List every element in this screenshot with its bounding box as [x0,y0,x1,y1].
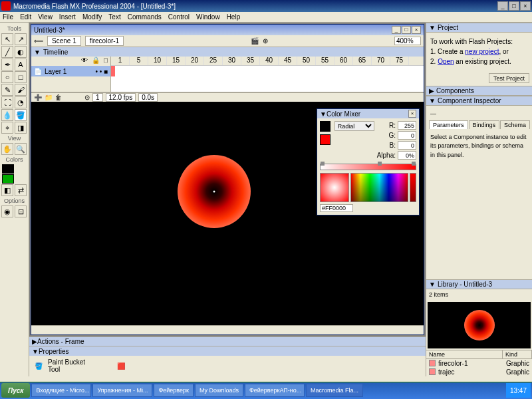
properties-header[interactable]: ▼Properties [29,346,426,356]
pencil-tool[interactable]: ✎ [1,84,13,96]
line-tool[interactable]: ╱ [1,46,13,58]
frame-ruler[interactable]: 151015202530354045505560657075 [111,57,424,66]
lasso-tool[interactable]: ◐ [15,46,27,58]
outline-icon[interactable]: □ [104,57,108,66]
gradient-stop[interactable] [321,162,325,166]
layer-row[interactable]: 📄 Layer 1 • • ■ [31,66,110,76]
add-layer-icon[interactable]: ➕ [34,94,42,101]
taskbar-item[interactable]: Фейерверк [154,384,194,397]
fill-color[interactable] [2,174,14,184]
edit-symbol-icon[interactable]: ⊕ [263,37,268,45]
lock-icon[interactable]: 🔒 [92,57,100,66]
playhead[interactable] [111,66,115,76]
system-tray[interactable]: 13:47 [506,383,531,398]
oval-tool[interactable]: ○ [1,71,13,83]
tab-parameters[interactable]: Parameters [429,120,468,129]
close-button[interactable]: × [520,1,531,11]
menu-modify[interactable]: Modify [82,13,102,21]
mixer-close[interactable]: × [408,110,416,118]
component-inspector-header[interactable]: ▼Component Inspector [426,96,532,106]
tab-bindings[interactable]: Bindings [469,120,500,129]
library-item[interactable]: firecolor-1Graphic [426,359,532,368]
zoom-tool[interactable]: 🔍 [15,143,27,155]
taskbar-item[interactable]: My Downloads [195,384,243,397]
text-tool[interactable]: A [15,59,27,70]
hand-tool[interactable]: ✋ [1,143,13,155]
hex-input[interactable] [320,204,353,212]
rect-tool[interactable]: □ [15,71,27,83]
fill-swatch-prop[interactable]: 🟥 [117,362,125,370]
frame-row[interactable] [111,66,424,76]
swap-colors-button[interactable]: ⇄ [15,184,27,196]
add-folder-icon[interactable]: 📁 [45,94,53,101]
g-input[interactable] [398,131,416,140]
project-header[interactable]: ▼Project [426,23,532,33]
symbol-crumb[interactable]: firecolor-1 [85,36,124,46]
b-input[interactable] [398,141,416,150]
brush-tool[interactable]: 🖌 [15,84,27,96]
doc-maximize[interactable]: □ [402,26,411,34]
doc-close[interactable]: × [412,26,421,34]
stroke-color[interactable] [2,164,14,174]
fill-type-select[interactable]: Radial [334,121,374,131]
option-2[interactable]: ⊡ [15,205,27,217]
menu-text[interactable]: Text [108,13,120,21]
lib-col-kind[interactable]: Kind [503,350,532,358]
document-tab[interactable]: Untitled-3* [34,27,65,34]
stage-shape[interactable] [178,155,251,228]
scene-crumb[interactable]: Scene 1 [47,36,81,46]
eyedropper-tool[interactable]: ⌖ [1,122,13,134]
spectrum-picker[interactable] [350,173,408,202]
ink-tool[interactable]: 💧 [1,109,13,121]
eye-icon[interactable]: 👁 [81,57,88,66]
minimize-button[interactable]: _ [497,1,508,11]
fill-transform-tool[interactable]: ◔ [15,96,27,108]
gradient-stop[interactable] [378,162,382,166]
library-header[interactable]: ▼Library - Untitled-3 [426,279,532,289]
black-white-button[interactable]: ◧ [1,184,13,196]
taskbar-item-active[interactable]: Macromedia Fla... [306,384,363,397]
menu-commands[interactable]: Commands [128,13,162,21]
r-input[interactable] [398,121,416,130]
gradient-stop[interactable] [412,162,416,166]
paint-bucket-tool[interactable]: 🪣 [15,109,27,121]
onion-skin-icon[interactable]: ⊙ [84,94,90,101]
back-button[interactable]: ⟸ [34,37,43,45]
alpha-input[interactable] [398,151,416,160]
stage[interactable]: ▼Color Mixer× Radial R: [31,102,424,325]
mixer-stroke[interactable] [320,121,331,132]
taskbar-item[interactable]: Упражнения - Mi... [92,384,152,397]
taskbar-item[interactable]: Входящие - Micro... [31,384,91,397]
stage-scrollbar[interactable] [31,325,424,334]
taskbar-item[interactable]: ФейерверкАП-но... [245,384,305,397]
pen-tool[interactable]: ✒ [1,59,13,70]
option-1[interactable]: ◉ [1,205,13,217]
menu-window[interactable]: Window [196,13,220,21]
delete-layer-icon[interactable]: 🗑 [55,94,62,101]
components-header[interactable]: ▶Components [426,86,532,96]
subselect-tool[interactable]: ↗ [15,33,27,45]
open-project-link[interactable]: Open [438,58,454,65]
menu-insert[interactable]: Insert [59,13,76,21]
menu-file[interactable]: File [3,13,13,21]
eraser-tool[interactable]: ◨ [15,122,27,134]
hue-slider[interactable] [410,173,416,202]
mixer-fill[interactable] [320,134,331,145]
lib-col-name[interactable]: Name [426,350,503,358]
start-button[interactable]: Пуск [1,383,30,398]
new-project-link[interactable]: new project [465,48,499,55]
library-item[interactable]: trajecGraphic [426,368,532,376]
test-project-button[interactable]: Test Project [489,73,529,83]
gradient-bar[interactable] [320,164,416,170]
menu-view[interactable]: View [38,13,53,21]
edit-scene-icon[interactable]: 🎬 [251,37,259,45]
timeline-header[interactable]: ▼ Timeline [31,47,424,57]
selection-tool[interactable]: ↖ [1,33,13,45]
menu-help[interactable]: Help [227,13,241,21]
maximize-button[interactable]: □ [509,1,519,11]
tab-schema[interactable]: Schema [500,120,530,129]
transform-tool[interactable]: ⛶ [1,96,13,108]
zoom-field[interactable] [394,37,421,45]
actions-panel-header[interactable]: ▶Actions - Frame [29,336,426,346]
menu-edit[interactable]: Edit [20,13,31,21]
